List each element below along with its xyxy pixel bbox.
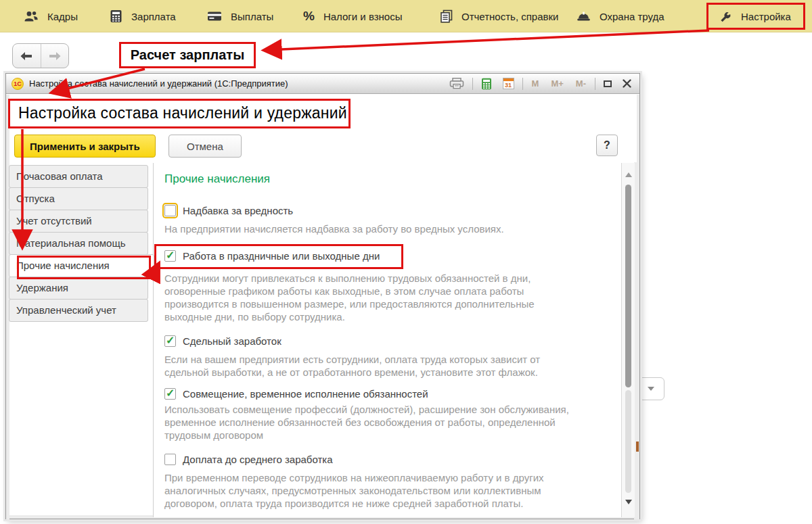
page-title: Настройка состава начислений и удержаний [18, 104, 347, 122]
scrollbar-track[interactable] [625, 390, 631, 493]
checkbox-row-sovmeschenie[interactable]: Совмещение, временное исполнение обязанн… [164, 387, 621, 400]
dropdown-arrow-icon [648, 387, 654, 391]
menu-item-label: Настройка [741, 11, 791, 22]
dialog-header: Настройка состава начислений и удержаний [10, 95, 637, 131]
description-sovmeschenie: Использовать совмещение профессий (должн… [164, 403, 621, 442]
history-nav [12, 43, 69, 68]
background-cursor-mark [636, 442, 639, 452]
maximize-button[interactable] [601, 76, 614, 92]
checkbox-label: Сдельный заработок [183, 335, 281, 347]
scroll-up-arrow[interactable] [625, 172, 632, 177]
checkbox-sovmeschenie[interactable] [164, 388, 176, 400]
close-button[interactable] [620, 76, 634, 92]
settings-dialog: 1С Настройка состава начислений и удержа… [5, 73, 640, 519]
vertical-scrollbar [621, 163, 635, 517]
scrollbar-thumb[interactable] [625, 185, 631, 387]
menu-item-label: Отчетность, справки [461, 11, 558, 22]
checkbox-label: Работа в праздничные или выходные дни [183, 250, 380, 262]
print-button[interactable] [447, 76, 467, 92]
cancel-button[interactable]: Отмена [168, 135, 242, 158]
help-button[interactable]: ? [596, 135, 618, 156]
wrench-icon [719, 9, 732, 23]
menu-item-label: Охрана труда [600, 11, 664, 22]
menu-item-ohrana-truda[interactable]: Охрана труда [577, 0, 664, 32]
forward-arrow-icon [49, 52, 61, 60]
menu-item-vyplaty[interactable]: Выплаты [207, 0, 273, 32]
scroll-down-arrow[interactable] [625, 500, 632, 504]
top-menu-bar: Кадры Зарплата Выплаты % Налоги и взносы… [0, 0, 812, 32]
calculator-small-icon [481, 78, 492, 90]
section-heading: Прочие начисления [164, 172, 621, 187]
menu-item-zarplata[interactable]: Зарплата [110, 0, 176, 32]
description-nadbavka: На предприятии начисляется надбавка за р… [164, 222, 621, 235]
checkbox-row-prazdnichnye[interactable]: Работа в праздничные или выходные дни [164, 249, 621, 262]
checkbox-doplata[interactable] [164, 454, 176, 465]
checkbox-row-sdelny[interactable]: Сдельный заработок [164, 334, 621, 348]
description-sdelny: Если на вашем предприятии есть сотрудник… [164, 353, 621, 379]
menu-item-label: Зарплата [131, 11, 176, 22]
sidebar: Почасовая оплата Отпуска Учет отсутствий… [9, 166, 154, 322]
calendar-icon: 31 [503, 78, 514, 89]
content-panel: Прочие начисления Надбавка за вредность … [153, 163, 621, 517]
tab-prochie-nachisleniya[interactable]: Прочие начисления [9, 254, 154, 277]
printer-icon [449, 78, 464, 89]
annotation-callout: Расчет зарплаты [119, 42, 256, 68]
menu-item-nastroika[interactable]: Настройка [719, 0, 791, 32]
menu-item-kadry[interactable]: Кадры [24, 0, 78, 32]
report-icon [440, 9, 453, 23]
forward-button[interactable] [41, 44, 69, 68]
apply-and-close-button[interactable]: Применить и закрыть [14, 135, 156, 158]
menu-item-label: Кадры [47, 11, 78, 22]
percent-icon: % [303, 9, 315, 24]
tab-uchet-otsutstviy[interactable]: Учет отсутствий [9, 210, 148, 233]
tab-otpuska[interactable]: Отпуска [9, 187, 148, 210]
arrow-menu-to-callout [267, 30, 709, 50]
description-doplata: При временном переводе сотрудников на ни… [164, 471, 621, 510]
back-arrow-icon [20, 52, 32, 60]
memory-m-plus-button[interactable]: M+ [547, 78, 566, 89]
card-icon [207, 11, 222, 22]
checkbox-row-nadbavka[interactable]: Надбавка за вредность [164, 204, 621, 217]
checkbox-label: Доплата до среднего заработка [183, 454, 333, 465]
checkbox-nadbavka[interactable] [164, 205, 176, 216]
dialog-title-text: Настройка состава начислений и удержаний… [29, 78, 288, 89]
tab-uderzhaniya[interactable]: Удержания [9, 277, 148, 300]
calendar-button[interactable]: 31 [500, 76, 517, 92]
tab-upravlencheskiy-uchet[interactable]: Управленческий учет [9, 299, 148, 322]
helmet-icon [577, 10, 591, 22]
menu-item-label: Выплаты [231, 11, 273, 22]
back-button[interactable] [13, 44, 41, 68]
memory-m-minus-button[interactable]: M- [572, 78, 589, 89]
calculator-button[interactable] [478, 76, 495, 92]
command-bar: Применить и закрыть Отмена ? [10, 131, 637, 162]
dialog-titlebar: 1С Настройка состава начислений и удержа… [6, 74, 639, 94]
checkbox-label: Надбавка за вредность [183, 205, 293, 216]
description-prazdnichnye: Сотрудники могут привлекаться к выполнен… [164, 272, 621, 323]
checkbox-prazdnichnye[interactable] [164, 250, 176, 262]
checkbox-row-doplata[interactable]: Доплата до среднего заработка [164, 452, 621, 466]
menu-item-nalogi[interactable]: % Налоги и взносы [303, 0, 403, 32]
close-icon [623, 79, 631, 88]
tab-materialnaya-pomosch[interactable]: Материальная помощь [9, 232, 148, 255]
checkbox-label: Совмещение, временное исполнение обязанн… [183, 388, 428, 400]
maximize-icon [604, 80, 612, 87]
menu-item-label: Налоги и взносы [323, 11, 403, 22]
people-icon [24, 9, 39, 23]
1c-logo-icon: 1С [12, 78, 24, 90]
checkbox-sdelny[interactable] [164, 335, 176, 347]
memory-m-button[interactable]: M [528, 78, 543, 89]
calculator-icon [110, 9, 122, 23]
menu-item-otchetnost[interactable]: Отчетность, справки [440, 0, 558, 32]
tab-pochasovaya-oplata[interactable]: Почасовая оплата [9, 165, 148, 188]
